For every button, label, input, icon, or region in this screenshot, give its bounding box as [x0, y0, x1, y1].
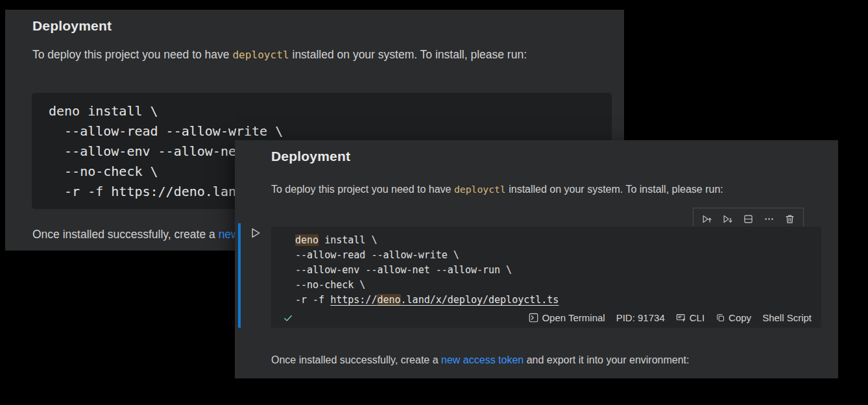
notebook-code-cell: deno install \ --allow-read --allow-writ…: [271, 227, 821, 328]
cell-focus-bar: [238, 223, 241, 328]
highlighted-word: deno: [295, 234, 319, 246]
deployctl-url-link[interactable]: https://deno.land/x/deploy/deployctl.ts: [330, 294, 559, 306]
code-line: --allow-read --allow-write \: [49, 121, 612, 141]
cli-button[interactable]: CLI: [676, 312, 705, 323]
execution-success-check-icon: [283, 313, 293, 323]
code-line: --allow-read --allow-write \: [295, 248, 821, 263]
more-actions-icon[interactable]: [764, 214, 775, 225]
code-line: --allow-env --allow-net --allow-run \: [295, 263, 821, 278]
open-terminal-button[interactable]: Open Terminal: [529, 312, 605, 323]
intro-paragraph: To deploy this project you need to have …: [32, 45, 596, 65]
code-line: --no-check \: [295, 278, 821, 293]
code-text: -r -f: [295, 294, 330, 306]
intro-text-after: installed on your system. To install, pl…: [289, 48, 527, 61]
cell-code-editor[interactable]: deno install \ --allow-read --allow-writ…: [271, 227, 821, 308]
page-title: Deployment: [32, 18, 112, 34]
outro-text-after: and export it into your environment:: [524, 354, 689, 365]
terminal-icon: [529, 313, 538, 323]
run-below-icon[interactable]: [722, 214, 733, 225]
code-text: install \: [319, 234, 377, 246]
new-access-token-link[interactable]: new access token: [441, 354, 524, 365]
code-line: -r -f https://deno.land/x/deploy/deployc…: [295, 293, 821, 308]
intro-text-before: To deploy this project you need to have: [32, 48, 232, 61]
pid-label: PID: 91734: [616, 312, 665, 323]
url-text: .land/x/deploy/deployctl.ts: [401, 294, 559, 306]
code-line: deno install \: [295, 233, 821, 248]
open-terminal-label: Open Terminal: [542, 312, 605, 323]
delete-cell-icon[interactable]: [784, 214, 795, 225]
outro-text-before: Once installed successfully, create a: [271, 354, 441, 365]
notebook-front-window: Deployment To deploy this project you ne…: [235, 140, 838, 378]
inline-code-deployctl: deployctl: [232, 49, 289, 61]
intro-paragraph: To deploy this project you need to have …: [271, 184, 723, 195]
url-text: https://: [330, 294, 377, 306]
intro-text-after: installed on your system. To install, pl…: [506, 184, 723, 195]
page-title: Deployment: [271, 149, 350, 164]
split-cell-icon[interactable]: [743, 214, 754, 225]
cli-console-icon: [676, 313, 686, 323]
run-above-icon[interactable]: [701, 214, 712, 225]
outro-text-before: Once installed successfully, create a: [32, 228, 219, 241]
copy-button[interactable]: Copy: [716, 312, 751, 323]
code-line: deno install \: [49, 101, 612, 121]
run-cell-icon[interactable]: [249, 227, 262, 239]
cli-label: CLI: [690, 312, 705, 323]
language-mode-picker[interactable]: Shell Script: [762, 312, 812, 323]
desktop: { "colors": { "panel_bg": "#2b2c2e", "ba…: [0, 0, 868, 405]
outro-paragraph: Once installed successfully, create a ne…: [271, 354, 689, 366]
intro-text-before: To deploy this project you need to have: [271, 184, 454, 195]
highlighted-word: deno: [377, 294, 400, 306]
copy-icon: [716, 313, 725, 323]
cell-status-bar: Open Terminal PID: 91734 CLI Cop: [271, 308, 821, 328]
inline-code-deployctl: deployctl: [454, 184, 506, 195]
language-label: Shell Script: [762, 312, 812, 323]
copy-label: Copy: [729, 312, 751, 323]
pid-indicator: PID: 91734: [616, 312, 665, 323]
